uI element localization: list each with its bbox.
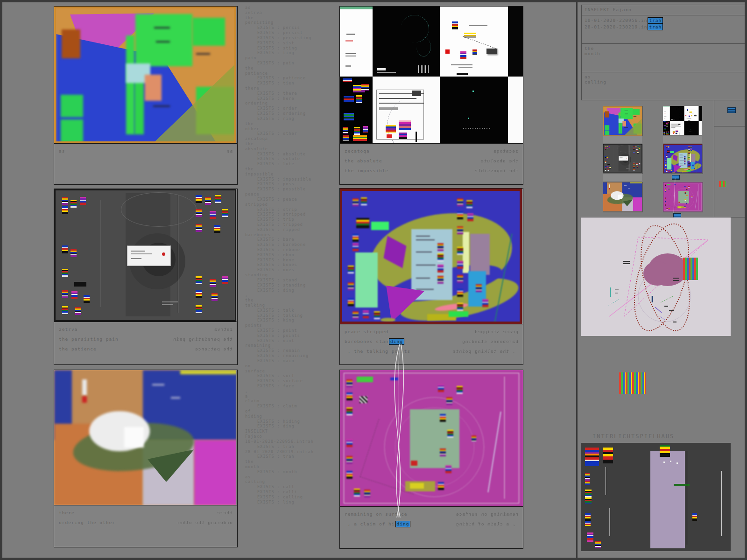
word-line: barebones [245, 232, 338, 238]
word-line: month [245, 464, 338, 469]
exists-line: EXISTS : ebon [245, 252, 338, 258]
decor-shape [628, 188, 630, 189]
decor-shape [352, 234, 359, 242]
decor-shape [440, 77, 508, 143]
decor-shape [680, 119, 682, 120]
decor-shape [215, 195, 221, 203]
artwork-frame-6: remaining on surfaceremaining on surface… [339, 370, 523, 549]
thumbnail-3[interactable] [603, 182, 643, 212]
decor-shape [663, 121, 670, 135]
exists-line: EXISTS : ones [245, 267, 338, 273]
artwork-frame-3: therethereordering the otherordering the… [54, 370, 238, 547]
decor-shape [452, 21, 458, 29]
decor-shape [62, 269, 68, 277]
exists-line: EXISTS : order [245, 106, 338, 111]
decor-shape [637, 152, 639, 154]
word-line: the [245, 121, 338, 126]
decor-shape [666, 146, 668, 148]
decor-shape [62, 290, 68, 298]
word-line: 28-01-2020-230219.intrah [245, 449, 338, 455]
caption-text-mirrored: the impossible [474, 166, 518, 175]
exists-line: EXISTS : bone [245, 258, 338, 263]
caption-4: zecatoqazecatoqathe absolutethe absolute… [340, 143, 523, 184]
decor-shape [664, 113, 666, 113]
highlight-token[interactable]: trah [648, 24, 663, 30]
exists-line: EXISTS : bones [245, 262, 338, 267]
caption-row: remaining on surfaceremaining on surface [340, 509, 523, 519]
decor-shape [192, 18, 225, 46]
thumbnail-4[interactable] [663, 106, 702, 135]
decor-shape [346, 471, 352, 479]
decor-shape [688, 149, 690, 151]
decor-shape [438, 482, 444, 490]
exists-line: EXISTS : ring [245, 116, 338, 121]
decor-shape [340, 77, 373, 143]
word-line: patience [245, 71, 338, 76]
exists-line: EXISTS : remaining [245, 353, 338, 358]
exists-line: EXISTS : peace [245, 197, 338, 202]
highlight-token[interactable]: ding [389, 338, 404, 345]
decor-shape [667, 184, 670, 185]
decor-shape [595, 541, 601, 548]
caption-text-mirrored: zecatoqa [493, 146, 518, 156]
caption-text-left: there [59, 508, 75, 518]
decor-shape [210, 279, 216, 287]
decor-shape [585, 490, 592, 504]
highlight-token[interactable]: ding [395, 521, 411, 527]
decor-shape [440, 414, 446, 422]
decor-shape [666, 156, 668, 158]
decor-shape [699, 121, 702, 135]
noise-swatch-icon[interactable] [719, 181, 726, 187]
decor-shape [205, 197, 211, 205]
word-line: the [245, 15, 338, 21]
exists-line: EXISTS : surf [245, 373, 338, 378]
file-item[interactable]: 28-01-2020-230219.intrah [585, 24, 742, 30]
thumbnail-6[interactable] [663, 182, 703, 212]
decor-shape [664, 112, 666, 112]
caption-text-mirrored: ordering the other [176, 518, 233, 527]
decor-shape [121, 192, 197, 227]
thumbnail-5[interactable] [663, 144, 703, 174]
thumbnail-2[interactable] [603, 144, 643, 174]
decor-shape [691, 149, 692, 151]
caption-text-left: the absolute [345, 156, 382, 166]
decor-shape [214, 225, 220, 233]
decor-shape [468, 118, 469, 119]
decor-shape [661, 296, 674, 302]
exists-line: EXISTS : ting [245, 50, 338, 56]
decor-shape [634, 116, 636, 117]
caption-text-left: zetrva [59, 324, 78, 334]
selection-marker-5[interactable] [672, 175, 680, 180]
menu-icon[interactable] [727, 107, 736, 113]
decor-shape [381, 318, 395, 322]
decor-shape [411, 229, 452, 300]
decor-shape [606, 157, 608, 159]
decor-shape [608, 300, 619, 305]
decor-shape [666, 208, 668, 210]
decor-shape [686, 203, 687, 204]
decor-shape [348, 298, 354, 306]
exists-line: EXISTS : king [245, 318, 338, 323]
decor-shape [606, 467, 606, 495]
decor-shape [61, 95, 83, 117]
file-item[interactable]: 10-01-2020-220956.intrah [585, 17, 742, 24]
decor-shape [416, 132, 417, 142]
caption-text-mirrored: as [226, 146, 233, 156]
caption-text-mirrored: the absolute [480, 156, 518, 166]
word-line: on [245, 364, 338, 369]
decor-shape [668, 146, 669, 148]
decor-shape [603, 448, 613, 463]
caption-text-left: ordering the other [59, 518, 115, 527]
decor-shape [670, 121, 684, 135]
decor-shape [363, 126, 368, 133]
decor-shape [180, 370, 236, 374]
decor-shape [663, 106, 670, 121]
decor-shape [416, 37, 431, 56]
decor-shape [344, 96, 354, 102]
thumbnail-1[interactable] [603, 106, 643, 136]
decor-shape [416, 278, 430, 279]
decor-shape [668, 132, 669, 133]
highlight-token[interactable]: trah [648, 17, 663, 24]
decor-shape [633, 197, 642, 211]
decor-shape [650, 451, 685, 548]
